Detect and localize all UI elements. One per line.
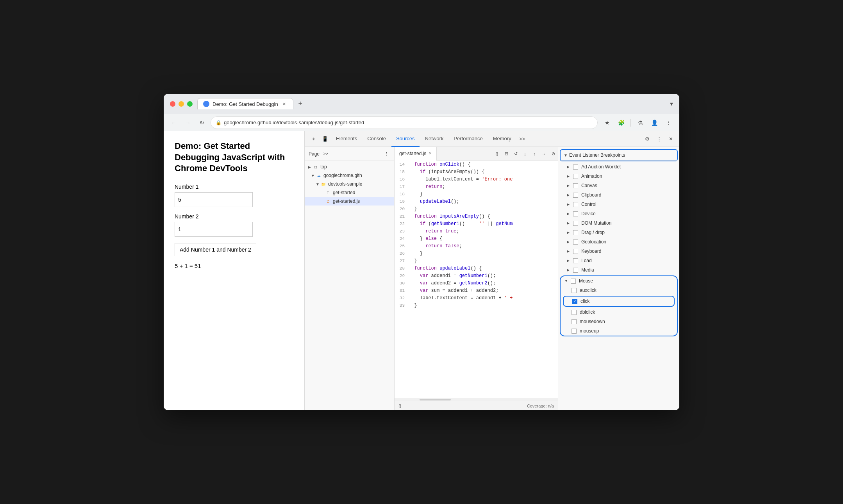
cursor-icon[interactable]: ⌖ [308, 134, 319, 145]
click-checkbox[interactable] [572, 299, 577, 304]
bp-item-control[interactable]: ▶ Control [558, 200, 679, 209]
number1-input[interactable] [175, 192, 253, 207]
settings-icon[interactable]: ⚙ [642, 134, 653, 145]
device-icon[interactable]: 📱 [320, 134, 330, 145]
file-icon: 🗋 [325, 189, 331, 196]
mouse-checkbox[interactable] [571, 279, 576, 284]
bookmark-button[interactable]: ★ [601, 116, 613, 129]
bp-item-mousedown[interactable]: mousedown [561, 317, 677, 326]
mouseup-checkbox[interactable] [572, 329, 577, 334]
bp-item-keyboard[interactable]: ▶ Keyboard [558, 247, 679, 256]
tab-performance[interactable]: Performance [449, 131, 487, 147]
tab-elements[interactable]: Elements [331, 131, 362, 147]
new-tab-button[interactable]: + [295, 98, 306, 109]
tab-console[interactable]: Console [363, 131, 391, 147]
control-checkbox[interactable] [573, 202, 578, 207]
active-tab[interactable]: Demo: Get Started Debuggin ✕ [197, 98, 293, 109]
more-sources-button[interactable]: >> [323, 152, 328, 156]
bp-item-clipboard[interactable]: ▶ Clipboard [558, 190, 679, 200]
editor-scrollbar[interactable] [395, 398, 558, 401]
auxclick-checkbox[interactable] [572, 288, 577, 293]
editor-tab-close[interactable]: ✕ [429, 151, 432, 155]
bp-item-drag-drop[interactable]: ▶ Drag / drop [558, 228, 679, 237]
code-line-18: 18 } [395, 191, 558, 198]
bp-item-animation[interactable]: ▶ Animation [558, 172, 679, 181]
editor-tab-active[interactable]: get-started.js ✕ [395, 147, 437, 161]
device-checkbox[interactable] [573, 211, 578, 216]
event-listener-breakpoints-header[interactable]: ▼ Event Listener Breakpoints [561, 150, 677, 161]
devtools-button[interactable]: ⚗ [634, 116, 647, 129]
menu-button[interactable]: ⋮ [662, 116, 675, 129]
tree-item-devtools-sample[interactable]: ▼ 📁 devtools-sample [305, 180, 394, 188]
bp-item-auxclick[interactable]: auxclick [561, 286, 677, 295]
clipboard-checkbox[interactable] [573, 193, 578, 198]
bp-item-media[interactable]: ▶ Media [558, 265, 679, 275]
dblclick-checkbox[interactable] [572, 310, 577, 315]
back-button[interactable]: ← [168, 117, 179, 128]
bp-item-device[interactable]: ▶ Device [558, 209, 679, 218]
tree-item-googlechrome[interactable]: ▼ ☁ googlechrome.gith [305, 171, 394, 180]
sources-menu-button[interactable]: ⋮ [382, 150, 390, 158]
deactivate-button[interactable]: ⊘ [548, 149, 558, 159]
number2-label: Number 2 [175, 213, 293, 220]
expand-icon: ▶ [567, 193, 572, 197]
number2-input[interactable] [175, 222, 253, 237]
tree-item-top[interactable]: ▶ □ top [305, 163, 394, 171]
editor-body[interactable]: 14 function onClick() { 15 if (inputsAre… [395, 161, 558, 398]
sources-tree: ▶ □ top ▼ ☁ googlechrome.gith ▼ 📁 d [305, 161, 394, 410]
tree-toggle: ▶ [308, 165, 313, 169]
keyboard-checkbox[interactable] [573, 249, 578, 254]
tab-network[interactable]: Network [420, 131, 448, 147]
canvas-checkbox[interactable] [573, 183, 578, 188]
devtools-body: Page >> ⋮ ▶ □ top ▼ ☁ [305, 147, 679, 410]
bp-item-click[interactable]: click [564, 297, 674, 306]
media-checkbox[interactable] [573, 268, 578, 273]
address-bar[interactable]: 🔒 googlechrome.github.io/devtools-sample… [211, 116, 598, 129]
profile-button[interactable]: 👤 [648, 116, 661, 129]
more-tabs-button[interactable]: >> [517, 134, 528, 145]
animation-checkbox[interactable] [573, 174, 578, 179]
tab-close-button[interactable]: ✕ [281, 101, 288, 107]
dom-mutation-checkbox[interactable] [573, 221, 578, 226]
maximize-button[interactable] [187, 101, 193, 107]
bp-item-geolocation[interactable]: ▶ Geolocation [558, 237, 679, 247]
page-content: Demo: Get Started Debugging JavaScript w… [164, 131, 304, 410]
step-over-button[interactable]: ↺ [511, 149, 520, 159]
bp-item-dblclick[interactable]: dblclick [561, 307, 677, 317]
footer-format-icon[interactable]: {} [398, 404, 401, 408]
add-button[interactable]: Add Number 1 and Number 2 [175, 243, 256, 256]
scrollbar-thumb[interactable] [420, 399, 451, 400]
tab-sources[interactable]: Sources [391, 131, 420, 147]
bp-item-dom-mutation[interactable]: ▶ DOM Mutation [558, 218, 679, 228]
bp-item-mouseup[interactable]: mouseup [561, 326, 677, 336]
forward-button[interactable]: → [182, 117, 193, 128]
drag-drop-checkbox[interactable] [573, 230, 578, 235]
extensions-button[interactable]: 🧩 [615, 116, 627, 129]
format-button[interactable]: {} [492, 149, 502, 159]
more-options-icon[interactable]: ⋮ [654, 134, 664, 145]
tree-item-get-started[interactable]: 🗋 get-started [305, 188, 394, 197]
step-into-button[interactable]: ↓ [520, 149, 530, 159]
tab-memory[interactable]: Memory [488, 131, 516, 147]
bp-item-canvas[interactable]: ▶ Canvas [558, 181, 679, 190]
mousedown-checkbox[interactable] [572, 319, 577, 324]
animation-label: Animation [581, 173, 602, 179]
click-label: click [580, 298, 589, 304]
tree-item-get-started-js[interactable]: 🗋 get-started.js [305, 197, 394, 206]
step-out-button[interactable]: ↑ [530, 149, 539, 159]
step-button[interactable]: → [539, 149, 548, 159]
bp-item-mouse[interactable]: ▼ Mouse [561, 276, 677, 286]
close-devtools-button[interactable]: ✕ [665, 134, 676, 145]
bp-item-load[interactable]: ▶ Load [558, 256, 679, 265]
window-menu-button[interactable]: ▾ [670, 100, 673, 107]
ad-auction-checkbox[interactable] [573, 164, 578, 170]
reload-button[interactable]: ↻ [196, 117, 207, 128]
geolocation-checkbox[interactable] [573, 239, 578, 245]
load-checkbox[interactable] [573, 258, 578, 263]
tree-label: googlechrome.gith [323, 173, 362, 178]
nav-actions: ★ 🧩 ⚗ 👤 ⋮ [601, 116, 675, 129]
bp-item-ad-auction[interactable]: ▶ Ad Auction Worklet [558, 162, 679, 172]
split-editor-button[interactable]: ⊟ [502, 149, 511, 159]
minimize-button[interactable] [179, 101, 184, 107]
close-button[interactable] [170, 101, 175, 107]
